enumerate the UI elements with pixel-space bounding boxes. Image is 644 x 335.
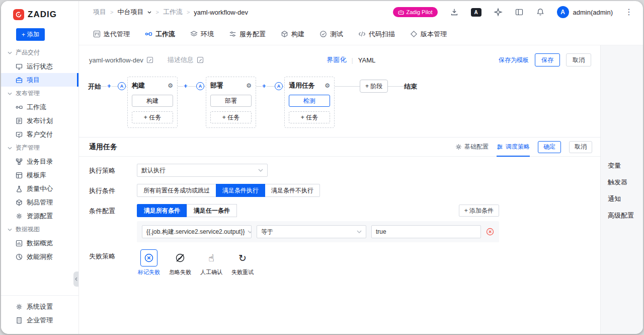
add-condition-button[interactable]: + 添加条件 [459, 205, 499, 217]
cond-tab-all-conditions[interactable]: 满足所有条件 [137, 204, 187, 217]
stage-title: 通用任务 [289, 81, 315, 90]
exec-strategy-select[interactable]: 默认执行 [137, 164, 268, 177]
sidebar-item-projects[interactable]: 项目 [1, 73, 78, 87]
layout-icon[interactable] [515, 8, 524, 17]
task-button-check[interactable]: 检测 [289, 95, 330, 107]
sidebar-item-workflows[interactable]: 工作流 [1, 100, 78, 114]
breadcrumb-current: yaml-workflow-dev [194, 9, 248, 16]
workflow-description-placeholder: 描述信息 [168, 55, 194, 64]
workflow-name: yaml-workflow-dev [89, 56, 143, 64]
delete-condition-icon[interactable] [486, 228, 494, 236]
tab-service-config[interactable]: 服务配置 [229, 30, 266, 39]
add-stage-button[interactable]: + 阶段 [360, 80, 388, 93]
stage-settings-icon[interactable]: ⚙ [325, 83, 330, 89]
sidebar-item-artifact-management[interactable]: 制品管理 [1, 195, 78, 209]
edit-name-icon[interactable] [146, 56, 153, 63]
task-button-build[interactable]: 构建 [132, 95, 173, 107]
exec-condition-label: 执行条件 [89, 184, 137, 197]
cond-tab-any-condition[interactable]: 满足任一条件 [187, 204, 237, 217]
save-button[interactable]: 保存 [535, 53, 560, 66]
sidebar-item-quality-center[interactable]: 质量中心 [1, 182, 78, 195]
save-actions: 保存为模板 保存 取消 [499, 53, 591, 66]
sidebar-item-customer-delivery[interactable]: 客户交付 [1, 127, 78, 141]
sidebar-item-data-overview[interactable]: 数据概览 [1, 236, 78, 250]
sidebar-item-running-status[interactable]: 运行状态 [1, 59, 78, 73]
sidebar-group-product-delivery[interactable]: 产品交付 [1, 46, 78, 59]
breadcrumb-separator: > [110, 9, 113, 15]
panel-actions: 基础配置 调度策略 确定 取消 [455, 138, 592, 156]
failure-option-manual-confirm[interactable]: ☝ 人工确认 [199, 249, 223, 276]
sidebar-item-system-settings[interactable]: 系统设置 [1, 300, 78, 313]
sidebar-group-data-views[interactable]: 数据视图 [1, 223, 78, 236]
tab-test[interactable]: 测试 [319, 30, 343, 39]
exec-condition-option-run-if-met[interactable]: 满足条件执行 [216, 184, 265, 197]
condition-variable-select[interactable]: {{.job.构建.service2.service2.output}} [142, 225, 252, 238]
save-as-template-link[interactable]: 保存为模板 [499, 56, 529, 64]
tab-build[interactable]: 构建 [281, 30, 304, 39]
topbar: 项目 > 中台项目 > 工作流 > yaml-workflow-dev Zadi… [79, 1, 643, 23]
stage-settings-icon[interactable]: ⚙ [168, 83, 173, 89]
workflow-icon [16, 104, 23, 111]
exec-condition-option-all-prev-success[interactable]: 所有前置任务成功或跳过 [137, 184, 216, 197]
tab-iteration-management[interactable]: 迭代管理 [93, 30, 130, 39]
sidebar-item-resource-config[interactable]: 资源配置 [1, 209, 78, 223]
approval-node-icon[interactable]: A [118, 82, 126, 90]
tab-version-management[interactable]: 版本管理 [410, 30, 447, 39]
rail-item-variables[interactable]: 变量 [608, 161, 643, 170]
sidebar-group-asset-management[interactable]: 资产管理 [1, 141, 78, 155]
confirm-button[interactable]: 确定 [538, 141, 561, 153]
sidebar-collapse-handle[interactable] [73, 272, 78, 287]
breadcrumb-projects[interactable]: 项目 [93, 8, 106, 17]
sidebar-item-release-plans[interactable]: 发布计划 [1, 114, 78, 127]
rail-item-triggers[interactable]: 触发器 [608, 178, 643, 187]
add-task-button[interactable]: + 任务 [210, 111, 252, 123]
chevron-down-icon[interactable] [147, 11, 151, 14]
failure-option-ignore-failure[interactable]: 忽略失败 [168, 249, 192, 276]
add-stage-inline-icon[interactable]: + [262, 83, 267, 90]
sidebar-item-business-catalog[interactable]: 业务目录 [1, 155, 78, 168]
task-button-deploy[interactable]: 部署 [210, 95, 252, 107]
edit-description-icon[interactable] [197, 56, 204, 63]
panel-cancel-button[interactable]: 取消 [569, 141, 592, 153]
tab-environment[interactable]: 环境 [190, 30, 214, 39]
tab-basic-config[interactable]: 基础配置 [455, 138, 489, 156]
sparkle-icon[interactable] [494, 8, 503, 17]
add-stage-inline-icon[interactable]: + [183, 83, 188, 90]
breadcrumb-project-name[interactable]: 中台项目 [117, 8, 143, 17]
failure-option-mark-failed[interactable]: 标记失败 [137, 249, 161, 276]
ai-assistant-icon[interactable]: A [471, 8, 481, 17]
download-icon[interactable] [450, 8, 459, 17]
rail-item-advanced-config[interactable]: 高级配置 [608, 211, 643, 220]
view-ui-toggle[interactable]: 界面化 [327, 55, 346, 64]
zadig-pilot-button[interactable]: Zadig Pilot [393, 7, 438, 17]
breadcrumb-workflows[interactable]: 工作流 [163, 8, 183, 17]
tab-code-scan[interactable]: 代码扫描 [358, 30, 395, 39]
add-button[interactable]: + 添加 [16, 28, 45, 41]
failure-option-retry[interactable]: ↻ 失败重试 [230, 249, 255, 276]
approval-node-icon[interactable]: A [196, 82, 204, 90]
sidebar-item-enterprise-management[interactable]: 企业管理 [1, 313, 78, 327]
rail-item-notifications[interactable]: 通知 [608, 194, 643, 204]
sidebar-item-template-library[interactable]: 模板库 [1, 168, 78, 182]
exec-condition-option-skip-if-met[interactable]: 满足条件不执行 [265, 184, 320, 197]
bell-icon[interactable] [536, 8, 545, 17]
stage-settings-icon[interactable]: ⚙ [246, 83, 252, 89]
condition-operator-select[interactable]: 等于 [257, 225, 366, 238]
approval-node-icon[interactable]: A [275, 82, 283, 90]
tab-schedule-strategy[interactable]: 调度策略 [497, 138, 530, 157]
workflow-toolbar: yaml-workflow-dev 描述信息 界面化 | YAML 保存为模板 … [79, 45, 600, 71]
sidebar-item-performance-insight[interactable]: 效能洞察 [1, 250, 78, 263]
cancel-button[interactable]: 取消 [566, 53, 591, 66]
add-task-button[interactable]: + 任务 [132, 111, 173, 123]
add-stage-inline-icon[interactable]: + [107, 83, 112, 90]
tab-workflow[interactable]: 工作流 [145, 30, 175, 39]
add-task-button[interactable]: + 任务 [289, 111, 330, 123]
delivery-icon [16, 131, 23, 138]
condition-row: {{.job.构建.service2.service2.output}} 等于 [137, 221, 499, 242]
avatar: A [557, 6, 569, 18]
user-menu[interactable]: A admin(admin) [557, 6, 613, 18]
sidebar-group-release-management[interactable]: 发布管理 [1, 87, 78, 100]
more-menu-icon[interactable]: ⋮ [625, 8, 633, 16]
view-yaml-toggle[interactable]: YAML [358, 56, 375, 64]
condition-value-input[interactable] [371, 225, 481, 238]
